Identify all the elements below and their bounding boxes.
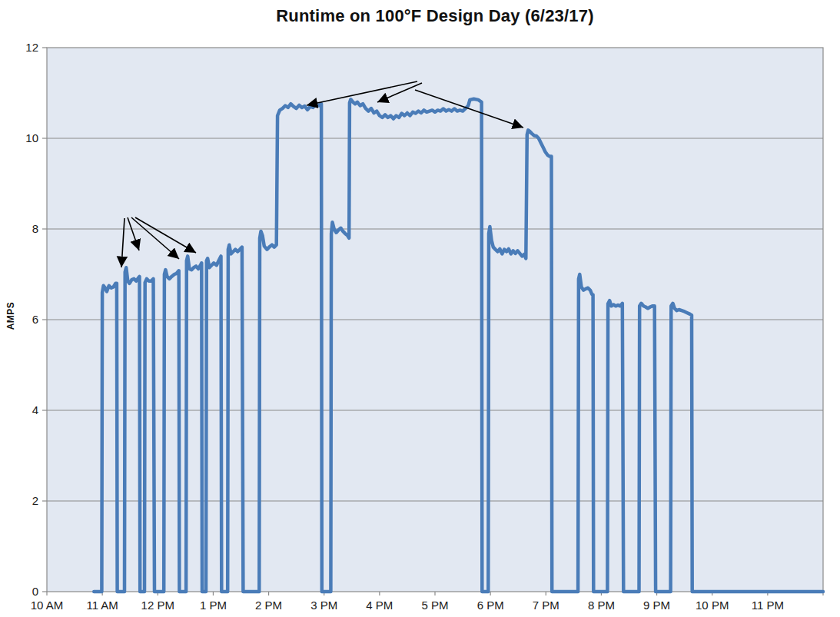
x-tick-label: 2 PM xyxy=(255,599,282,612)
x-tick-label: 5 PM xyxy=(421,599,448,612)
x-tick-label: 9 PM xyxy=(643,599,670,612)
y-tick-label: 12 xyxy=(25,41,38,54)
x-tick-label: 11 PM xyxy=(752,599,784,612)
x-tick-label: 3 PM xyxy=(310,599,337,612)
x-tick-label: 7 PM xyxy=(533,599,559,612)
y-tick-label: 4 xyxy=(32,403,38,416)
plot-canvas: 10 AM11 AM12 PM1 PM2 PM3 PM4 PM5 PM6 PM7… xyxy=(0,0,840,617)
x-tick-label: 10 AM xyxy=(31,599,64,612)
x-tick-label: 11 AM xyxy=(86,599,118,612)
x-tick-label: 12 PM xyxy=(141,599,174,612)
x-tick-label: 8 PM xyxy=(588,599,615,612)
runtime-chart: Runtime on 100°F Design Day (6/23/17) AM… xyxy=(0,0,840,617)
x-tick-label: 10 PM xyxy=(696,599,729,612)
y-tick-label: 0 xyxy=(32,585,38,598)
y-tick-label: 6 xyxy=(32,313,38,326)
y-tick-label: 8 xyxy=(32,222,38,235)
x-tick-label: 4 PM xyxy=(366,599,393,612)
y-tick-label: 10 xyxy=(25,131,38,144)
y-tick-label: 2 xyxy=(32,494,38,507)
x-tick-label: 6 PM xyxy=(477,599,504,612)
x-tick-label: 1 PM xyxy=(200,599,227,612)
